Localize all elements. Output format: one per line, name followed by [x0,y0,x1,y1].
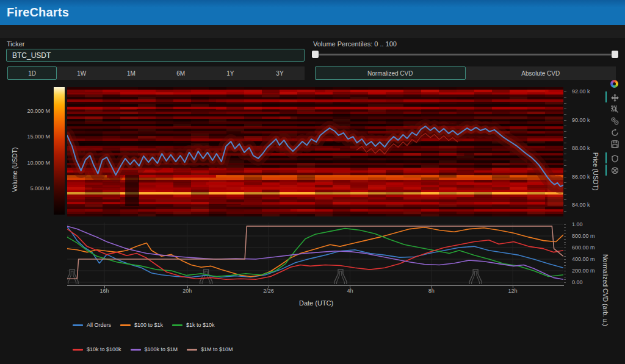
hover-icon[interactable] [610,154,620,163]
flask-marker [200,269,212,284]
x-tick-label: 4h [341,288,358,294]
legend-item[interactable]: $100 to $1k [120,322,163,328]
x-tick-label: 2/26 [260,288,277,294]
cvd-minor-tick [564,259,566,260]
price-tick-label: 90.00 k [572,117,590,123]
legend-swatch [73,324,83,326]
cvd-plot[interactable] [67,223,563,285]
legend-label: $10k to $100k [87,346,121,352]
cvd-mode-button-normalized-cvd[interactable]: Normalized CVD [315,66,466,80]
ticker-label: Ticker [7,40,25,48]
legend-item[interactable]: $100k to $1M [131,346,178,352]
price-minor-tick [564,131,566,132]
price-minor-tick [564,148,566,149]
price-minor-tick [564,126,566,126]
x-tick-label: 16h [96,288,113,294]
plotly-logo-icon[interactable] [610,80,618,88]
cvd-minor-tick [564,242,566,243]
legend-item[interactable]: $10k to $100k [73,346,121,352]
cvd-minor-tick [564,244,566,245]
ticker-input[interactable] [6,49,305,62]
cvd-mode-group: Normalized CVDAbsolute CVD [315,66,616,80]
x-axis-line [67,285,564,286]
volume-colorbar [54,87,65,215]
slider-handle-max[interactable] [612,51,618,58]
sub-header-strip [0,25,625,38]
firecharts-app: FireCharts Ticker Volume Percentiles: 0 … [0,0,625,364]
price-tick-label: 92.00 k [572,88,590,95]
box-zoom-icon[interactable] [610,104,620,114]
timeframe-button-1d[interactable]: 1D [7,66,57,80]
timeframe-button-1y[interactable]: 1Y [206,66,255,80]
timeframe-group: 1D1W1M6M1Y3Y [7,66,305,80]
cvd-tick-label: 400.00 m [572,256,595,262]
reset-icon[interactable] [610,165,620,175]
app-title: FireCharts [7,5,69,20]
price-minor-tick [564,165,566,166]
app-header: FireCharts [0,0,625,25]
volume-percentiles-label: Volume Percentiles: 0 .. 100 [313,40,397,48]
timeframe-button-6m[interactable]: 6M [156,66,206,80]
price-heatmap-plot[interactable] [67,87,563,216]
price-tick-label: 84.00 k [572,202,590,208]
legend-label: $100 to $1k [134,322,163,328]
cvd-minor-tick [564,248,566,248]
price-minor-tick [564,120,566,121]
price-minor-tick [564,160,566,160]
price-minor-tick [564,109,566,109]
cvd-minor-tick [564,262,566,263]
cvd-tick-label: 600.00 m [572,244,595,251]
colorbar-tick-label: 20.000 M [0,108,50,114]
zoom-in-out-icon[interactable] [610,116,620,126]
cvd-minor-tick [564,236,566,237]
slider-handle-min[interactable] [312,51,319,58]
legend-label: $1M to $10M [201,346,233,352]
legend-swatch [187,349,197,351]
legend-swatch [172,324,182,326]
price-minor-tick [564,182,566,183]
price-tick-label: 88.00 k [572,145,590,151]
cvd-minor-tick [564,230,566,231]
cvd-minor-tick [564,239,566,240]
price-minor-tick [564,114,566,115]
legend-swatch [73,349,83,351]
legend-row-2: $10k to $100k$100k to $1M$1M to $10M [73,346,233,352]
legend-swatch [120,324,131,326]
cvd-mode-button-absolute-cvd[interactable]: Absolute CVD [466,66,616,80]
timeframe-button-1m[interactable]: 1M [106,66,156,80]
price-minor-tick [564,103,566,104]
flask-marker [67,269,78,284]
price-minor-tick [564,171,566,171]
legend-item[interactable]: $1M to $10M [187,346,233,352]
price-minor-tick [564,177,566,177]
price-minor-tick [564,137,566,138]
x-tick-label: 20h [179,288,196,294]
price-tick-label: 86.00 k [572,174,590,180]
price-minor-tick [564,188,566,188]
cvd-tick-label: 1.00 [572,221,583,227]
pan-icon[interactable] [610,93,620,102]
modebar-separator [605,165,607,176]
colorbar-tick-label: 10.000 M [0,160,50,166]
cvd-minor-tick [564,233,566,234]
legend-item[interactable]: $1k to $10k [172,322,215,328]
volume-percentiles-slider-track[interactable] [315,54,615,55]
cvd-minor-tick [564,279,566,280]
flask-marker [469,269,482,284]
price-minor-tick [564,199,566,200]
flask-marker [334,269,347,284]
price-minor-tick [564,154,566,154]
cvd-minor-tick [564,268,566,268]
legend-item[interactable]: All Orders [73,322,111,328]
x-tick-label: 8h [423,288,440,294]
cvd-tick-label: 800.00 m [572,233,595,239]
cvd-minor-tick [564,224,566,225]
colorbar-tick-label: 15.000 M [0,134,50,140]
cvd-minor-tick [564,251,566,251]
timeframe-button-1w[interactable]: 1W [57,66,106,80]
timeframe-button-3y[interactable]: 3Y [255,66,305,80]
cvd-minor-tick [564,254,566,254]
autoscale-icon[interactable] [610,127,620,137]
save-icon[interactable] [610,139,620,149]
legend-row-1: All Orders$100 to $1k$1k to $10k [73,322,215,328]
